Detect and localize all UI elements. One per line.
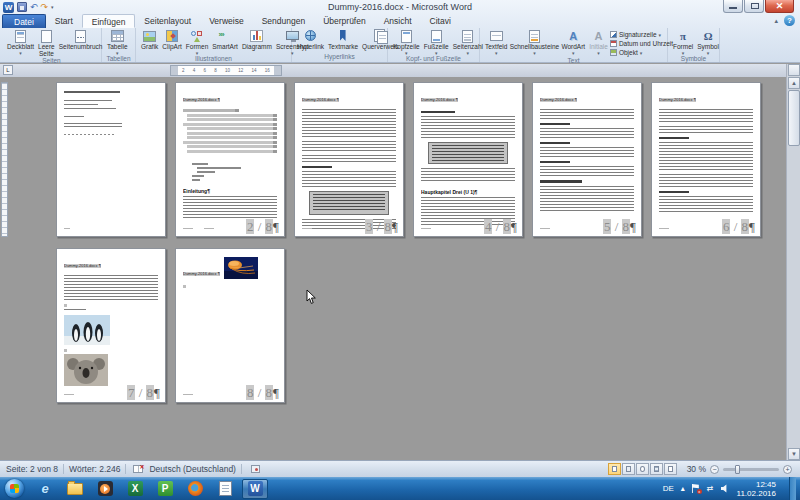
window-controls: ✕ <box>722 0 794 13</box>
clipart-icon <box>165 29 180 44</box>
leere-seite-button[interactable]: Leere Seite <box>36 29 57 57</box>
seitenumbruch-button[interactable]: Seitenumbruch <box>57 29 105 51</box>
taskbar-notepad-icon[interactable] <box>212 479 238 499</box>
taskbar-media-player-icon[interactable] <box>92 479 118 499</box>
help-icon[interactable]: ? <box>784 15 795 26</box>
zoom-slider[interactable] <box>723 468 779 471</box>
zoom-level-label[interactable]: 30 % <box>687 464 706 474</box>
initiale-button[interactable]: A Initiale▾ <box>587 29 610 55</box>
tab-verweise[interactable]: Verweise <box>200 14 253 28</box>
scroll-down-button[interactable]: ▼ <box>788 448 800 460</box>
ruler-marks: 246810121416 <box>178 68 274 73</box>
tab-einfuegen[interactable]: Einfügen <box>82 14 136 28</box>
symbol-button[interactable]: Ω Symbol▾ <box>695 29 721 55</box>
signaturzeile-button[interactable]: Signaturzeile▾ <box>610 30 673 39</box>
tabelle-button[interactable]: Tabelle▾ <box>105 29 130 55</box>
action-center-flag-icon[interactable]: x <box>692 484 700 493</box>
taskbar-explorer-icon[interactable] <box>62 479 88 499</box>
scroll-up-button[interactable]: ▲ <box>788 77 800 89</box>
page-3[interactable]: Dummy-2016.docx ¶ 3 / 8¶ <box>294 82 404 237</box>
macro-record-icon[interactable] <box>251 465 260 473</box>
formen-button[interactable]: Formen▾ <box>184 29 210 55</box>
tab-ueberpruefen[interactable]: Überprüfen <box>314 14 375 28</box>
ruler-toggle-button[interactable] <box>788 64 800 76</box>
taskbar-green-app-icon[interactable]: P <box>152 479 178 499</box>
grafik-button[interactable]: Grafik <box>139 29 160 51</box>
group-label-hyperlinks: Hyperlinks <box>295 53 384 62</box>
print-layout-view-button[interactable] <box>608 463 621 475</box>
jellyfish-image[interactable] <box>224 257 258 279</box>
page-number-footer: 3 / 8¶ <box>365 220 398 233</box>
language-indicator[interactable]: Deutsch (Deutschland) <box>149 464 235 474</box>
sync-icon[interactable]: ⇄ <box>707 484 714 494</box>
diagramm-button[interactable]: Diagramm <box>240 29 274 51</box>
formel-button[interactable]: π Formel▾ <box>671 29 695 55</box>
page-5[interactable]: Dummy-2016.docx ¶ 5 / 8¶ <box>532 82 642 237</box>
web-layout-view-button[interactable] <box>636 463 649 475</box>
page-8[interactable]: Dummy-2016.docx ¶ 8 / 8¶ <box>175 248 285 403</box>
close-button[interactable]: ✕ <box>765 0 794 13</box>
taskbar-excel-icon[interactable]: X <box>122 479 148 499</box>
scrollbar-thumb[interactable] <box>788 90 800 146</box>
page-number-footer: 2 / 8¶ <box>246 220 279 233</box>
zoom-slider-thumb[interactable] <box>735 465 740 474</box>
tab-sendungen[interactable]: Sendungen <box>253 14 315 28</box>
page-number-icon <box>460 29 475 44</box>
maximize-button[interactable] <box>744 0 764 13</box>
vertical-ruler[interactable] <box>1 82 8 237</box>
tab-selector-button[interactable]: L <box>3 65 13 75</box>
schnellbausteine-button[interactable]: Schnellbausteine▾ <box>509 29 559 55</box>
objekt-button[interactable]: Objekt▾ <box>610 48 673 57</box>
fullscreen-reading-view-button[interactable] <box>622 463 635 475</box>
word-count-indicator[interactable]: Wörter: 2.246 <box>69 464 121 474</box>
textmarke-button[interactable]: Textmarke <box>326 29 360 51</box>
tab-citavi[interactable]: Citavi <box>421 14 460 28</box>
language-switcher[interactable]: DE <box>663 484 674 493</box>
ruler-strip: L 246810121416 <box>0 64 800 77</box>
taskbar-ie-icon[interactable]: e <box>32 479 58 499</box>
minimize-button[interactable] <box>723 0 743 13</box>
tab-ansicht[interactable]: Ansicht <box>375 14 421 28</box>
clipart-button[interactable]: ClipArt <box>160 29 184 51</box>
kopfzeile-button[interactable]: Kopfzeile▾ <box>391 29 422 55</box>
volume-icon[interactable] <box>721 484 730 493</box>
horizontal-ruler[interactable]: 246810121416 <box>170 65 282 76</box>
penguins-image[interactable] <box>64 315 110 345</box>
taskbar-firefox-icon[interactable] <box>182 479 208 499</box>
page-4[interactable]: Dummy-2016.docx ¶ Hauptkapitel Drei (Ü 1… <box>413 82 523 237</box>
smartart-button[interactable]: ››› SmartArt <box>210 29 240 51</box>
deckblatt-button[interactable]: Deckblatt▾ <box>5 29 36 55</box>
toc-row <box>187 150 277 153</box>
zoom-in-button[interactable]: + <box>783 465 792 474</box>
draft-view-button[interactable] <box>664 463 677 475</box>
tray-clock[interactable]: 12:45 11.02.2016 <box>737 480 776 498</box>
tab-datei[interactable]: Datei <box>2 14 46 28</box>
tab-start[interactable]: Start <box>46 14 82 28</box>
table-icon <box>110 29 125 44</box>
page-count-indicator[interactable]: Seite: 2 von 8 <box>6 464 58 474</box>
page-1[interactable] <box>56 82 166 237</box>
outline-view-button[interactable] <box>650 463 663 475</box>
toc-row <box>187 114 277 117</box>
tab-seitenlayout[interactable]: Seitenlayout <box>135 14 200 28</box>
zoom-out-button[interactable]: − <box>710 465 719 474</box>
koala-image[interactable] <box>64 354 108 386</box>
page-6[interactable]: Dummy-2016.docx ¶ 6 / 8¶ <box>651 82 761 237</box>
textbox-icon <box>489 29 504 44</box>
start-button[interactable] <box>5 479 24 498</box>
fusszeile-button[interactable]: Fußzeile▾ <box>422 29 451 55</box>
textfeld-button[interactable]: Textfeld▾ <box>483 29 509 55</box>
vertical-scrollbar[interactable]: ▲ ▼ <box>786 64 800 460</box>
datum-uhrzeit-button[interactable]: Datum und Uhrzeit <box>610 39 673 48</box>
minimize-ribbon-icon[interactable]: ▴ <box>774 17 778 25</box>
taskbar-word-button[interactable]: W <box>242 479 268 499</box>
spellcheck-icon[interactable]: ✕ <box>133 465 143 473</box>
hyperlink-globe-icon <box>303 29 318 44</box>
wordart-button[interactable]: A WordArt▾ <box>559 29 587 55</box>
page-2[interactable]: Dummy-2016.docx ¶ Einleitung¶ 2 / 8¶ <box>175 82 285 237</box>
toc-row <box>183 109 239 112</box>
windows-flag-icon <box>10 484 19 493</box>
page-7[interactable]: Dummy-2016.docx ¶ 7 / 8¶ <box>56 248 166 403</box>
show-desktop-button[interactable] <box>789 477 796 500</box>
hidden-icons-chevron[interactable]: ▴ <box>681 484 685 494</box>
